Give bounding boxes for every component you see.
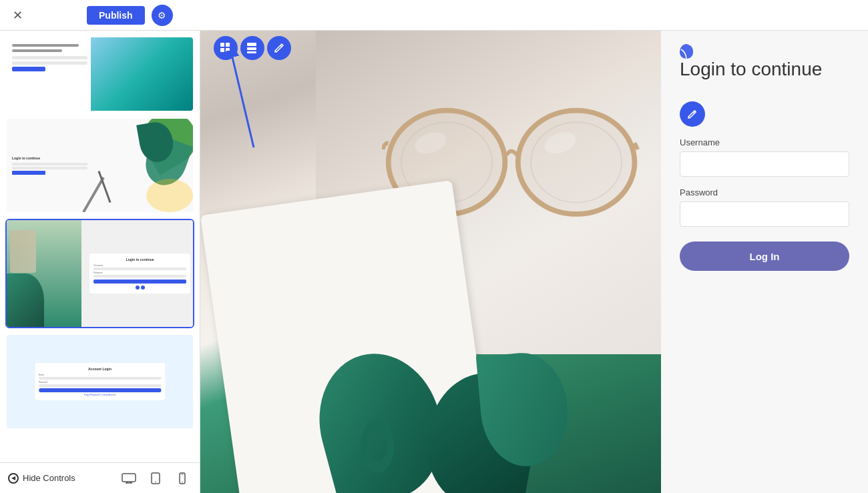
edit-mode-button[interactable] bbox=[267, 36, 291, 60]
template-item[interactable]: Account Login Email Password Forgot Pass… bbox=[5, 334, 194, 430]
svg-rect-21 bbox=[247, 43, 256, 46]
username-label: Username bbox=[680, 137, 849, 147]
template-item[interactable] bbox=[5, 36, 194, 112]
left-sidebar: Login to continue bbox=[0, 31, 200, 493]
username-input[interactable] bbox=[680, 151, 849, 177]
toggle-arrow: ◀ bbox=[8, 473, 19, 484]
template-list: Login to continue bbox=[0, 31, 200, 462]
bottom-controls: ◀ Hide Controls bbox=[0, 462, 200, 493]
settings-button[interactable]: ⚙ bbox=[152, 5, 173, 26]
mobile-view-button[interactable] bbox=[173, 469, 192, 488]
svg-rect-0 bbox=[122, 474, 136, 482]
svg-point-7 bbox=[182, 481, 183, 482]
pencil-icon-circle bbox=[680, 101, 705, 127]
template-item-selected[interactable]: Login to continue Username Password bbox=[5, 219, 194, 328]
close-button[interactable]: ✕ bbox=[8, 6, 27, 25]
publish-button[interactable]: Publish bbox=[87, 6, 145, 25]
toolbar-icons bbox=[214, 36, 291, 60]
svg-rect-23 bbox=[247, 51, 256, 53]
login-submit-button[interactable]: Log In bbox=[680, 241, 849, 271]
top-bar: ✕ Publish ⚙ bbox=[0, 0, 868, 31]
password-label: Password bbox=[680, 187, 849, 197]
settings-icon: ⚙ bbox=[158, 10, 166, 21]
svg-rect-20 bbox=[226, 48, 230, 52]
template-item[interactable]: Login to continue bbox=[5, 117, 194, 213]
svg-point-10 bbox=[518, 111, 635, 214]
svg-rect-22 bbox=[247, 47, 256, 50]
layout-view-button[interactable] bbox=[240, 36, 264, 60]
grid-view-button[interactable] bbox=[214, 36, 238, 60]
hide-controls-button[interactable]: ◀ Hide Controls bbox=[8, 473, 75, 484]
device-buttons bbox=[120, 469, 192, 488]
password-input[interactable] bbox=[680, 201, 849, 227]
close-icon: ✕ bbox=[13, 8, 23, 23]
svg-rect-17 bbox=[220, 43, 224, 47]
hide-controls-label: Hide Controls bbox=[23, 473, 75, 483]
svg-rect-19 bbox=[220, 48, 224, 52]
main-area: Login to continue bbox=[0, 31, 868, 493]
tablet-view-button[interactable] bbox=[146, 469, 165, 488]
center-preview bbox=[200, 31, 661, 493]
login-title: Login to continue bbox=[680, 57, 849, 81]
svg-point-5 bbox=[155, 481, 156, 482]
svg-rect-18 bbox=[226, 43, 230, 47]
leaf-icon bbox=[677, 41, 696, 64]
svg-point-26 bbox=[694, 111, 696, 113]
right-panel: Login to continue Username Password Log … bbox=[661, 31, 868, 493]
desktop-view-button[interactable] bbox=[120, 469, 138, 488]
